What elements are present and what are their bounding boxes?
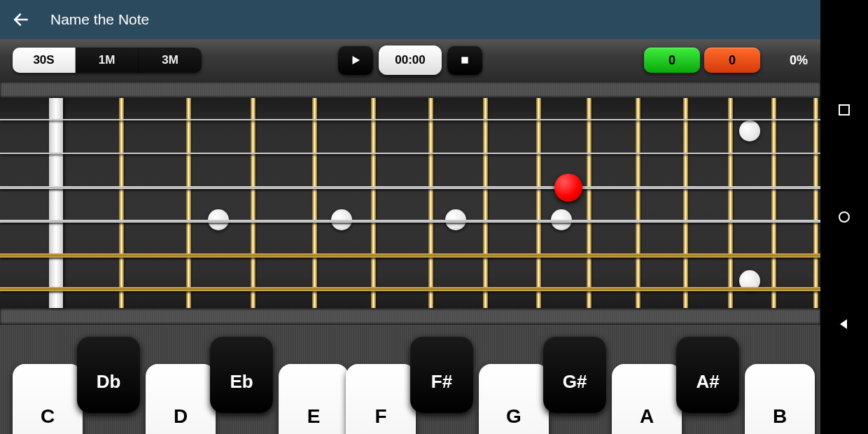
nav-recent-icon[interactable] — [838, 104, 850, 116]
svg-marker-5 — [840, 319, 847, 329]
string-4 — [0, 220, 820, 223]
fret — [587, 98, 592, 308]
string-2 — [0, 153, 820, 154]
note-key-E[interactable]: E — [279, 364, 349, 434]
metal-strip-top — [0, 81, 820, 98]
fret — [536, 98, 541, 308]
note-key-G[interactable]: G — [479, 364, 549, 434]
toolbar: 30S1M3M 00:00 0 0 0% — [0, 39, 820, 81]
note-key-Asharp[interactable]: A# — [676, 336, 739, 413]
svg-point-4 — [839, 212, 849, 222]
time-mode-group: 30S1M3M — [13, 48, 202, 73]
fret — [683, 98, 688, 308]
fret — [636, 98, 640, 308]
time-mode-1m[interactable]: 1M — [76, 48, 139, 73]
page-title: Name the Note — [50, 11, 149, 28]
nav-back-icon[interactable] — [838, 318, 850, 330]
android-navbar — [820, 0, 868, 434]
score-area: 0 0 0% — [644, 48, 808, 73]
svg-rect-3 — [839, 105, 849, 115]
fret — [312, 98, 317, 308]
string-3 — [0, 186, 820, 189]
header-bar: Name the Note — [0, 0, 820, 39]
playback-controls: 00:00 — [338, 46, 482, 75]
answer-area: CDEFGABDbEbF#G#A# — [0, 325, 820, 434]
note-key-D[interactable]: D — [146, 364, 216, 434]
fret — [728, 98, 733, 308]
note-key-F[interactable]: F — [346, 364, 416, 434]
fret — [251, 98, 255, 308]
fret — [771, 98, 776, 308]
svg-rect-2 — [461, 57, 468, 63]
app-frame: Name the Note 30S1M3M 00:00 0 0 0% CDEFG… — [0, 0, 820, 434]
string-6 — [0, 287, 820, 291]
string-5 — [0, 253, 820, 258]
note-key-B[interactable]: B — [745, 364, 815, 434]
note-key-A[interactable]: A — [612, 364, 682, 434]
fretboard[interactable] — [0, 98, 820, 308]
fret — [119, 98, 124, 308]
score-percent: 0% — [774, 53, 808, 68]
note-key-Fsharp[interactable]: F# — [410, 336, 473, 413]
back-icon[interactable] — [11, 10, 31, 29]
score-wrong: 0 — [704, 48, 760, 73]
note-key-Db[interactable]: Db — [77, 336, 140, 413]
stop-button[interactable] — [447, 46, 482, 75]
fret — [483, 98, 488, 308]
timer-display: 00:00 — [379, 46, 442, 75]
svg-marker-1 — [353, 56, 360, 64]
target-note-dot — [554, 174, 582, 202]
fret — [428, 98, 433, 308]
note-key-Gsharp[interactable]: G# — [543, 336, 606, 413]
fret-marker — [739, 120, 760, 141]
string-1 — [0, 119, 820, 120]
note-key-Eb[interactable]: Eb — [210, 336, 273, 413]
fret — [813, 98, 818, 308]
note-keys: CDEFGABDbEbF#G#A# — [0, 322, 820, 434]
play-button[interactable] — [338, 46, 373, 75]
time-mode-30s[interactable]: 30S — [13, 48, 76, 73]
fret — [186, 98, 191, 308]
nav-home-icon[interactable] — [838, 211, 850, 223]
note-key-C[interactable]: C — [13, 364, 83, 434]
time-mode-3m[interactable]: 3M — [139, 48, 202, 73]
fret — [371, 98, 376, 308]
score-correct: 0 — [644, 48, 700, 73]
nut — [49, 98, 63, 308]
